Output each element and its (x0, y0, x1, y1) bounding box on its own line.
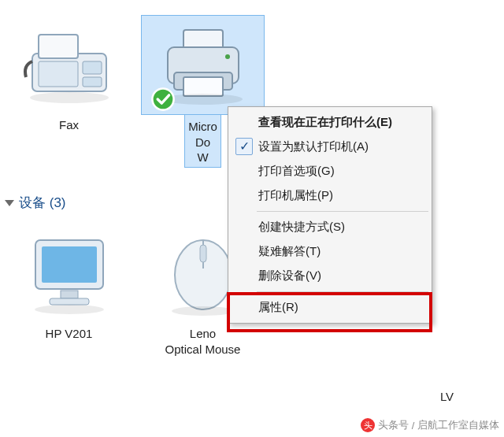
toutiao-logo-icon: 头 (361, 418, 375, 432)
menu-item-printing-prefs[interactable]: 打印首选项(G) (230, 159, 430, 183)
device-fax[interactable]: Fax (8, 16, 130, 133)
svg-rect-9 (183, 77, 223, 96)
svg-point-5 (30, 92, 109, 103)
svg-rect-4 (39, 61, 78, 87)
svg-point-12 (152, 88, 173, 109)
fax-icon (8, 16, 130, 114)
menu-item-see-printing[interactable]: 查看现在正在打印什么(E) (230, 110, 430, 135)
menu-item-properties[interactable]: 属性(R) (230, 295, 430, 320)
printer-icon (142, 16, 264, 114)
check-icon: ✓ (235, 138, 253, 155)
menu-item-troubleshoot[interactable]: 疑难解答(T) (230, 239, 430, 264)
menu-item-set-default[interactable]: ✓ 设置为默认打印机(A) (230, 135, 430, 159)
device-label: HP V201 (8, 326, 130, 342)
svg-rect-2 (83, 61, 102, 74)
device-hp-v201[interactable]: HP V201 (8, 224, 130, 342)
device-label: Fax (8, 117, 130, 133)
menu-item-remove-device[interactable]: 删除设备(V) (230, 264, 430, 288)
section-header-devices[interactable]: 设备 (3) (5, 194, 66, 212)
section-count: (3) (50, 195, 66, 211)
monitor-icon (8, 224, 130, 323)
menu-separator (257, 211, 428, 212)
device-label: Micro Do W (188, 119, 217, 165)
svg-rect-16 (50, 298, 89, 305)
context-menu: 查看现在正在打印什么(E) ✓ 设置为默认打印机(A) 打印首选项(G) 打印机… (228, 106, 432, 324)
svg-rect-1 (39, 35, 78, 58)
svg-rect-3 (83, 77, 102, 87)
menu-item-create-shortcut[interactable]: 创建快捷方式(S) (230, 215, 430, 239)
svg-point-21 (172, 306, 235, 316)
default-check-badge (150, 86, 176, 113)
chevron-down-icon (5, 200, 14, 206)
device-label: LV (386, 389, 504, 405)
device-label: Leno Optical Mouse (142, 326, 264, 357)
menu-separator (257, 291, 428, 292)
svg-rect-20 (200, 245, 206, 262)
svg-rect-14 (42, 246, 97, 283)
menu-item-printer-props[interactable]: 打印机属性(P) (230, 183, 430, 208)
svg-rect-15 (61, 291, 78, 298)
svg-point-10 (225, 54, 230, 59)
svg-point-17 (35, 305, 104, 314)
watermark: 头 头条号 / 启航工作室自媒体 (361, 418, 499, 432)
section-label: 设备 (19, 194, 46, 212)
